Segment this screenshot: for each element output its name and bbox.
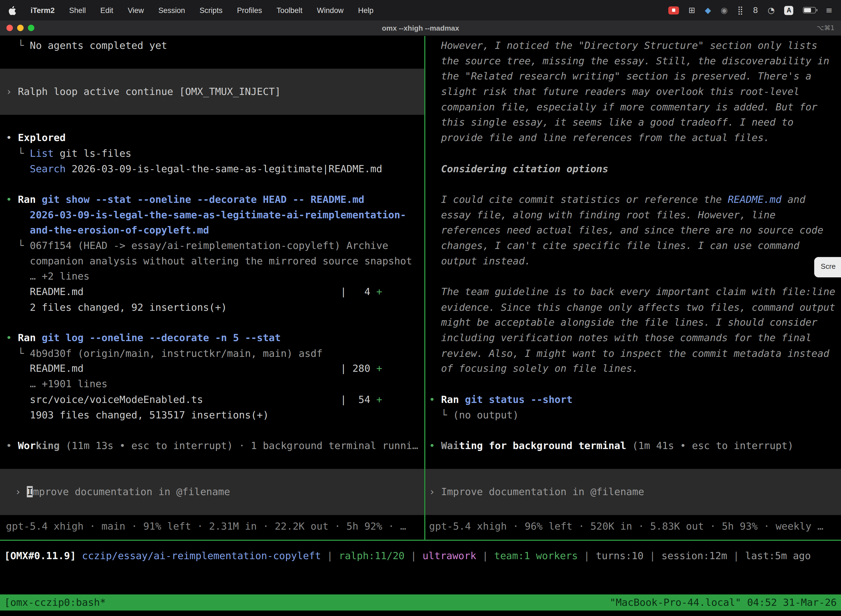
text-segment: Ran [18, 194, 36, 205]
text-segment: ting for background terminal [459, 440, 626, 451]
text-segment: (11m 13s • esc to interrupt) · 1 backgro… [60, 440, 418, 451]
terminal-line: of focusing solely on file lines. [429, 361, 841, 377]
text-segment: src/voice/voiceModeEnabled.ts | 54 [6, 394, 376, 405]
minimize-button[interactable] [17, 25, 23, 31]
text-segment: 067f154 (HEAD -> essay/ai-reimplementati… [30, 240, 388, 251]
text-segment: cczip/essay/ai-reimplementation-copyleft [82, 550, 321, 561]
battery-icon[interactable] [803, 7, 816, 13]
screen: iTerm2ShellEditViewSessionScriptsProfile… [0, 0, 841, 616]
text-segment: 4b9d30f (origin/main, instructkr/main, m… [30, 348, 322, 359]
menu-item-shell[interactable]: Shell [69, 6, 86, 14]
menu-item-view[interactable]: View [128, 6, 144, 14]
close-button[interactable] [6, 25, 13, 31]
menu-item-session[interactable]: Session [158, 6, 185, 14]
screen-recording-stop-icon[interactable] [668, 6, 679, 14]
bento-grid-icon[interactable]: ⊞ [689, 6, 695, 14]
blank-line [6, 177, 424, 192]
terminal-line: README.md | 4 + [6, 284, 424, 300]
menu-item-help[interactable]: Help [358, 6, 374, 14]
menu-item-iterm2[interactable]: iTerm2 [31, 6, 55, 14]
terminal-line: src/voice/voiceModeEnabled.ts | 54 + [6, 392, 424, 408]
terminal-line: I could cite commit statistics or refere… [429, 192, 841, 208]
text-segment: this single essay, it seems like a good … [429, 117, 794, 128]
text-segment: (no output) [453, 409, 519, 420]
text-segment: | [643, 550, 661, 561]
band-text: › Improve documentation in @filename [429, 484, 644, 500]
text-segment: Considering citation options [429, 163, 608, 174]
text-segment: └ [6, 348, 30, 359]
text-segment: ralph:11/20 [339, 550, 404, 561]
ralph-loop-banner[interactable]: › Ralph loop active continue [OMX_TMUX_I… [0, 69, 424, 115]
battery-fill [804, 8, 811, 12]
text-segment: The team guideline is to back every impo… [429, 286, 835, 297]
app-icon-blue[interactable]: ◆ [705, 6, 711, 14]
text-segment: › [6, 86, 18, 97]
text-segment: Wai [441, 440, 459, 451]
model-status-line: gpt-5.4 xhigh · 96% left · 520K in · 5.8… [429, 519, 841, 534]
terminal: └ No agents completed yet › Ralph loop a… [0, 36, 841, 616]
text-segment: … +1901 lines [6, 378, 107, 390]
terminal-line: companion file, especially if more comme… [429, 100, 841, 115]
blank-line [429, 454, 841, 469]
text-segment: └ [429, 409, 453, 420]
composer-input[interactable]: › Improve documentation in @filename [0, 469, 424, 515]
terminal-line: 1903 files changed, 513517 insertions(+) [6, 407, 424, 423]
gauge-icon[interactable]: ◔ [768, 6, 775, 14]
terminal-line: companion analysis without altering the … [6, 254, 424, 269]
menu-item-window[interactable]: Window [317, 6, 343, 14]
omx-status-line: [OMX#0.11.9] cczip/essay/ai-reimplementa… [4, 549, 811, 564]
text-segment: review. Also, I might want to inspect th… [429, 348, 829, 359]
menu-item-edit[interactable]: Edit [100, 6, 113, 14]
text-segment: and [782, 194, 806, 205]
blank-line [6, 423, 424, 438]
pane-left[interactable]: └ No agents completed yet › Ralph loop a… [0, 36, 424, 540]
dots-grid-icon[interactable]: ⣿ [737, 6, 743, 14]
screen-tooltip[interactable]: Scre [814, 257, 841, 277]
menu-item-scripts[interactable]: Scripts [199, 6, 223, 14]
control-center-icon[interactable]: ≡ [826, 6, 832, 14]
input-source-icon[interactable]: A [784, 6, 794, 15]
apple-menu-icon[interactable] [9, 5, 16, 15]
terminal-line: └ No agents completed yet [6, 38, 424, 54]
app-icon-round[interactable]: ◉ [721, 6, 728, 14]
text-segment [6, 209, 30, 220]
text-segment: README.md | 4 [6, 286, 376, 297]
text-segment: • [429, 440, 441, 451]
text-segment: › [15, 486, 27, 497]
text-segment: companion file, especially if more comme… [429, 101, 817, 113]
pane-right[interactable]: However, I noticed the "Directory Struct… [425, 36, 841, 540]
text-segment: • [6, 194, 18, 205]
composer-input[interactable]: › Improve documentation in @filename [425, 469, 841, 515]
zoom-button[interactable] [28, 25, 34, 31]
blank-line [429, 269, 841, 285]
text-segment: • [6, 440, 18, 451]
text-segment [6, 163, 30, 174]
title-bar[interactable]: omx --xhigh --madmax ⌥⌘1 [0, 21, 841, 36]
text-segment: of focusing solely on file lines. [429, 363, 638, 374]
terminal-line: • Ran git status --short [429, 392, 841, 408]
text-segment: | [321, 550, 339, 561]
pane-divider-horizontal [0, 540, 841, 541]
text-segment: Search [30, 163, 66, 174]
stop-square-icon [672, 9, 675, 12]
terminal-line: └ 067f154 (HEAD -> essay/ai-reimplementa… [6, 238, 424, 254]
keypad-icon[interactable]: 8 [753, 6, 758, 14]
text-segment: essay file, along with finding root file… [429, 209, 776, 220]
text-segment [6, 224, 30, 236]
terminal-line: … +1901 lines [6, 377, 424, 392]
menu-item-profiles[interactable]: Profiles [237, 6, 262, 14]
terminal-line: output instead. [429, 254, 841, 269]
text-segment: └ [6, 147, 30, 159]
tmux-session-label: [omx-cczip0:bash* [4, 595, 106, 610]
menu-item-toolbelt[interactable]: Toolbelt [277, 6, 302, 14]
terminal-line: 2 files changed, 92 insertions(+) [6, 300, 424, 315]
text-segment: including verification notes with those … [429, 332, 812, 343]
terminal-line: evidence. Since this change only affects… [429, 300, 841, 315]
model-status-line: gpt-5.4 xhigh · main · 91% left · 2.31M … [6, 519, 424, 534]
text-segment: | [476, 550, 494, 561]
blank-line [6, 115, 424, 131]
blank-line [429, 177, 841, 192]
menu-bar: iTerm2ShellEditViewSessionScriptsProfile… [0, 0, 841, 21]
text-segment: • [6, 132, 18, 144]
text-segment: List [30, 147, 54, 159]
